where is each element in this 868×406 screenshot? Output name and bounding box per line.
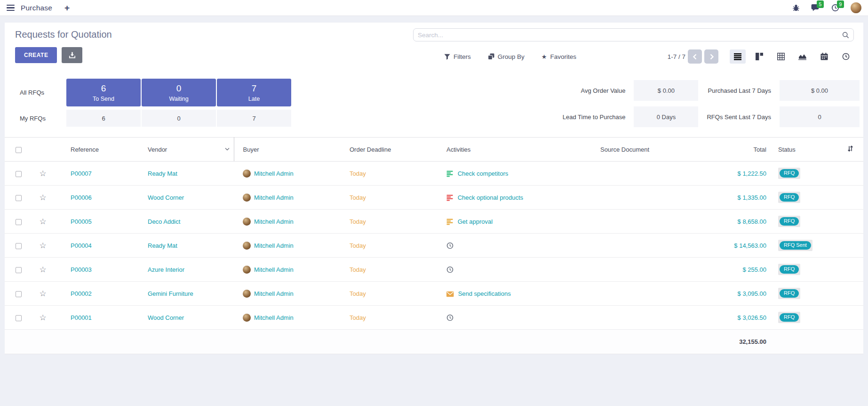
table-row[interactable]: ☆ P00001 Wood Corner Mitchell Admin Toda… (5, 306, 863, 330)
vendor-link[interactable]: Azure Interior (148, 266, 184, 273)
column-header-reference[interactable]: Reference (54, 138, 146, 162)
row-checkbox[interactable] (16, 195, 22, 201)
row-checkbox[interactable] (16, 243, 22, 249)
row-checkbox[interactable] (16, 219, 22, 225)
search-input[interactable] (418, 32, 842, 39)
search-icon[interactable] (842, 32, 849, 39)
favorite-star-icon[interactable]: ☆ (39, 265, 46, 274)
activities-clock-icon[interactable]: 9 (831, 4, 839, 12)
favorite-star-icon[interactable]: ☆ (39, 193, 46, 202)
favorite-star-icon[interactable]: ☆ (39, 241, 46, 250)
calendar-view-button[interactable] (816, 49, 832, 64)
messages-icon[interactable]: 5 (811, 4, 820, 12)
favorite-star-icon[interactable]: ☆ (39, 289, 46, 298)
reference-link[interactable]: P00001 (71, 314, 92, 321)
vendor-link[interactable]: Wood Corner (148, 194, 184, 201)
column-header-total[interactable]: Total (715, 138, 769, 162)
create-button[interactable]: CREATE (15, 47, 57, 63)
kpi-card-late[interactable]: 7Late (217, 79, 291, 106)
activity-tasks-icon[interactable] (446, 195, 454, 201)
favorite-star-icon[interactable]: ☆ (39, 313, 46, 322)
activity-clock-icon[interactable] (446, 314, 454, 321)
user-avatar[interactable] (851, 2, 861, 13)
buyer-link[interactable]: Mitchell Admin (254, 290, 294, 297)
table-row[interactable]: ☆ P00002 Gemini Furniture Mitchell Admin… (5, 282, 863, 306)
table-row[interactable]: ☆ P00004 Ready Mat Mitchell Admin Today (5, 234, 863, 258)
my-to-send-count[interactable]: 6 (66, 110, 141, 127)
activity-view-button[interactable] (838, 49, 854, 64)
app-name[interactable]: Purchase (21, 4, 52, 12)
pager-previous-button[interactable] (688, 49, 702, 64)
vendor-sort-caret-icon[interactable] (225, 148, 230, 151)
rfqs-sent-last-7-days-label: RFQs Sent Last 7 Days (707, 114, 771, 121)
activity-clock-icon[interactable] (446, 242, 454, 249)
activity-link[interactable]: Send specifications (458, 290, 511, 297)
list-view-button[interactable] (730, 49, 746, 64)
apps-menu-icon[interactable] (7, 5, 15, 11)
favorite-star-icon[interactable]: ☆ (39, 169, 46, 178)
pivot-view-button[interactable] (773, 49, 789, 64)
row-checkbox[interactable] (16, 315, 22, 321)
buyer-link[interactable]: Mitchell Admin (254, 218, 294, 225)
column-header-source[interactable]: Source Document (598, 138, 715, 162)
activity-clock-icon[interactable] (446, 266, 454, 273)
buyer-link[interactable]: Mitchell Admin (254, 242, 294, 249)
column-header-vendor[interactable]: Vendor (146, 138, 234, 162)
select-all-checkbox[interactable] (16, 147, 22, 153)
group-by-button[interactable]: Group By (488, 53, 525, 60)
table-row[interactable]: ☆ P00007 Ready Mat Mitchell Admin Today … (5, 162, 863, 186)
kpi-card-to-send[interactable]: 6To Send (66, 79, 141, 106)
new-tab-plus-icon[interactable]: + (64, 3, 70, 12)
activity-envelope-icon[interactable] (446, 291, 454, 297)
activity-link[interactable]: Get approval (458, 218, 493, 225)
reference-link[interactable]: P00002 (71, 290, 92, 297)
vendor-link[interactable]: Wood Corner (148, 314, 184, 321)
vendor-link[interactable]: Gemini Furniture (148, 290, 193, 297)
table-row[interactable]: ☆ P00003 Azure Interior Mitchell Admin T… (5, 258, 863, 282)
top-navbar: Purchase + 5 9 (0, 0, 868, 16)
column-header-status[interactable]: Status (769, 138, 837, 162)
favorites-button[interactable]: ★ Favorites (542, 53, 576, 60)
debug-bug-icon[interactable] (792, 4, 800, 12)
row-checkbox[interactable] (16, 171, 22, 177)
reference-link[interactable]: P00003 (71, 266, 92, 273)
search-bar[interactable] (413, 28, 854, 41)
column-header-activities[interactable]: Activities (445, 138, 598, 162)
table-row[interactable]: ☆ P00005 Deco Addict Mitchell Admin Toda… (5, 210, 863, 234)
reference-link[interactable]: P00006 (71, 194, 92, 201)
activity-link[interactable]: Check optional products (458, 194, 523, 201)
column-header-buyer[interactable]: Buyer (234, 138, 348, 162)
vendor-link[interactable]: Ready Mat (148, 170, 177, 177)
reference-link[interactable]: P00004 (71, 242, 92, 249)
column-header-deadline[interactable]: Order Deadline (348, 138, 445, 162)
reference-link[interactable]: P00007 (71, 170, 92, 177)
graph-view-button[interactable] (795, 49, 811, 64)
status-pill: RFQ (780, 265, 799, 274)
kanban-view-button[interactable] (751, 49, 767, 64)
activity-link[interactable]: Check competitors (458, 170, 509, 177)
filters-button[interactable]: Filters (444, 53, 471, 60)
pager-next-button[interactable] (704, 49, 718, 64)
buyer-link[interactable]: Mitchell Admin (254, 314, 294, 321)
activity-tasks-icon[interactable] (446, 171, 454, 177)
table-row[interactable]: ☆ P00006 Wood Corner Mitchell Admin Toda… (5, 186, 863, 210)
my-late-count[interactable]: 7 (217, 110, 291, 127)
buyer-link[interactable]: Mitchell Admin (254, 194, 294, 201)
vendor-link[interactable]: Deco Addict (148, 218, 180, 225)
favorite-star-icon[interactable]: ☆ (39, 217, 46, 226)
vendor-link[interactable]: Ready Mat (148, 242, 177, 249)
activity-tasks-icon[interactable] (446, 219, 454, 225)
kpi-card-waiting[interactable]: 0Waiting (142, 79, 216, 106)
row-checkbox[interactable] (16, 267, 22, 273)
reference-link[interactable]: P00005 (71, 218, 92, 225)
optional-columns-icon[interactable] (847, 145, 854, 152)
buyer-avatar (243, 314, 251, 322)
chevron-left-icon (693, 54, 698, 60)
row-checkbox[interactable] (16, 291, 22, 297)
total-amount: $ 3,026.50 (738, 314, 766, 321)
group-stack-icon (488, 53, 494, 60)
my-waiting-count[interactable]: 0 (142, 110, 216, 127)
export-button[interactable] (62, 47, 82, 63)
buyer-link[interactable]: Mitchell Admin (254, 266, 294, 273)
buyer-link[interactable]: Mitchell Admin (254, 170, 294, 177)
